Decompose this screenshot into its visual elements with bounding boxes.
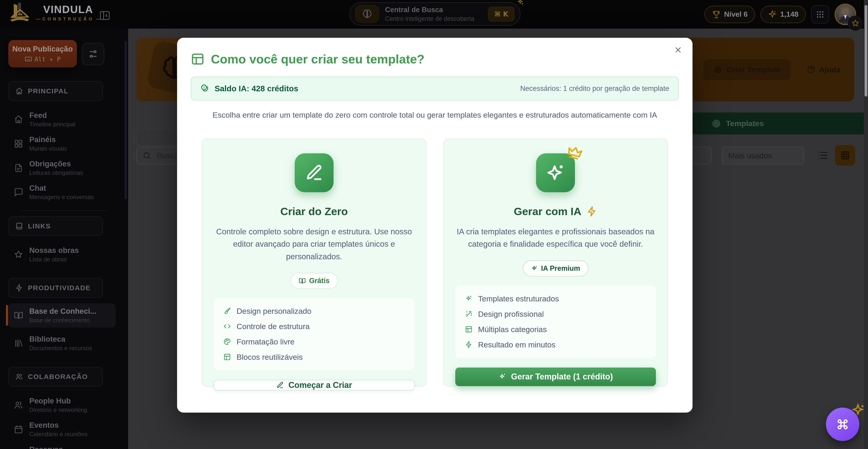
layout-icon: [465, 325, 473, 333]
card-gerar-com-ia[interactable]: Gerar com IA IA cria templates elegantes…: [443, 139, 668, 387]
sidebar-item-reservas[interactable]: ReservasReservas corporativas: [8, 442, 116, 449]
points-value: 1,148: [780, 10, 799, 19]
brand-house-icon: [9, 2, 30, 23]
card-criar-do-zero[interactable]: Criar do Zero Controle completo sobre de…: [202, 139, 427, 387]
pen-icon: [276, 381, 284, 389]
search-title: Central de Busca: [385, 6, 482, 14]
sidebar-section-links[interactable]: LINKS: [8, 216, 103, 236]
section-label: COLABORAÇÃO: [28, 373, 88, 381]
target-icon: [712, 119, 721, 128]
feed-settings-button[interactable]: [82, 43, 104, 65]
zap-icon: [15, 284, 23, 292]
sidebar-section-produtividade[interactable]: PRODUTIVIDADE: [8, 278, 103, 298]
apps-grid-button[interactable]: [811, 5, 829, 24]
section-label: PRODUTIVIDADE: [28, 284, 91, 292]
global-search[interactable]: Central de Busca Centro inteligente de d…: [349, 2, 521, 26]
sidebar-item-paineis[interactable]: PainéisMurais visuais: [8, 131, 116, 156]
close-icon[interactable]: [674, 46, 682, 54]
search-icon: [143, 151, 151, 160]
criar-template-button[interactable]: Criar Template: [703, 59, 791, 80]
coins-icon: [200, 84, 210, 93]
users-icon: [14, 400, 23, 410]
grid-icon: [14, 139, 23, 149]
balance-required-text: Necessários: 1 crédito por geração de te…: [520, 85, 669, 93]
features-list: Design personalizado Controle de estrutu…: [214, 298, 414, 370]
chat-icon: [14, 187, 23, 197]
feature-label: Resultado em minutos: [478, 340, 556, 349]
brand-logo[interactable]: VINDULA CONSTRUÇÃO: [9, 2, 102, 23]
item-label: People Hub: [29, 397, 87, 405]
notebook-icon: [15, 222, 23, 230]
points-badge[interactable]: 1,148: [761, 6, 806, 23]
card-description: Controle completo sobre design e estrutu…: [214, 226, 414, 263]
avatar-star-icon: [848, 16, 863, 31]
templates-label: Templates: [726, 119, 764, 128]
templates-button[interactable]: Templates: [691, 112, 868, 134]
page-scrollbar[interactable]: [864, 0, 868, 449]
sidebar-item-chat[interactable]: ChatMensagens e conversas: [8, 180, 116, 204]
create-template-modal: Como você quer criar seu template? Saldo…: [177, 38, 692, 413]
item-sub: Diretório e networking: [29, 407, 87, 414]
feature-label: Formatação livre: [237, 337, 294, 346]
gratis-badge: Grátis: [290, 273, 338, 289]
sidebar: Nova Publicação Alt + P PRINCIPAL: [0, 29, 128, 449]
code-icon: [223, 323, 231, 330]
sidebar-item-biblioteca[interactable]: BibliotecaDocumentos e recursos: [8, 331, 116, 355]
section-label: PRINCIPAL: [28, 87, 68, 95]
features-list: Templates estruturados Design profission…: [455, 286, 656, 358]
modal-title: Como você quer criar seu template?: [211, 52, 424, 66]
document-icon: [14, 163, 23, 173]
sidebar-item-people-hub[interactable]: People HubDiretório e networking: [8, 393, 116, 417]
item-sub: Murais visuais: [29, 145, 67, 152]
item-label: Reservas: [29, 445, 89, 449]
sparkle-icon: [516, 0, 524, 6]
wand-icon: [465, 310, 473, 318]
sidebar-section-principal[interactable]: PRINCIPAL: [8, 81, 103, 101]
item-sub: Mensagens e conversas: [29, 193, 94, 201]
comecar-a-criar-button[interactable]: Começar a Criar: [214, 380, 414, 390]
scrollbar-thumb[interactable]: [865, 5, 867, 96]
ajuda-button[interactable]: Ajuda: [807, 65, 841, 74]
search-subtitle: Centro inteligente de descoberta: [385, 15, 482, 23]
button-label: Gerar Template (1 crédito): [511, 372, 613, 382]
item-label: Painéis: [29, 135, 67, 144]
brand-tagline: CONSTRUÇÃO: [34, 17, 102, 22]
item-sub: Calendário e reuniões: [29, 431, 87, 438]
card-title: Gerar com IA: [514, 205, 581, 218]
feature-label: Controle de estrutura: [237, 322, 310, 331]
library-icon: [14, 338, 23, 348]
sparkle-icon: [768, 10, 777, 19]
book-open-icon: [299, 277, 306, 285]
sidebar-collapse-icon[interactable]: [99, 10, 111, 22]
sidebar-item-nossas-obras[interactable]: Nossas obrasLista de obras: [8, 242, 116, 267]
sort-select[interactable]: Mais usados: [722, 147, 804, 164]
sidebar-section-colaboracao[interactable]: COLABORAÇÃO: [8, 367, 103, 387]
sidebar-item-obrigacoes[interactable]: ObrigaçõesLeituras obrigatórias: [8, 156, 116, 180]
help-icon: [807, 65, 815, 74]
grid-view-button[interactable]: [835, 145, 855, 166]
chevron-down-icon: [698, 152, 706, 159]
item-label: Nossas obras: [29, 246, 79, 255]
sidebar-item-base-conhecimento[interactable]: Base de Conheci...Base de conhecimento: [8, 303, 116, 328]
badge-label: IA Premium: [541, 264, 580, 273]
item-sub: Base de conhecimento: [29, 317, 96, 324]
chevron-down-icon: [790, 152, 798, 159]
sidebar-scrollbar[interactable]: [125, 41, 127, 199]
ajuda-label: Ajuda: [819, 65, 841, 74]
target-icon: [713, 65, 722, 74]
item-sub: Leituras obrigatórias: [29, 169, 83, 176]
sidebar-item-eventos[interactable]: EventosCalendário e reuniões: [8, 417, 116, 442]
item-sub: Documentos e recursos: [29, 345, 92, 352]
level-label: Nível 6: [724, 10, 748, 19]
item-label: Obrigações: [29, 159, 83, 168]
new-post-button[interactable]: Nova Publicação Alt + P: [8, 40, 77, 67]
sidebar-item-feed[interactable]: FeedTimeline principal: [8, 107, 116, 131]
list-view-button[interactable]: [817, 149, 829, 161]
feature-label: Múltiplas categorias: [478, 325, 547, 334]
brain-icon: [355, 5, 379, 23]
gerar-template-button[interactable]: Gerar Template (1 crédito): [455, 367, 656, 386]
level-badge[interactable]: Nível 6: [705, 6, 755, 23]
pen-icon: [295, 153, 334, 192]
button-label: Começar a Criar: [288, 380, 352, 390]
sparkle-icon: [850, 402, 866, 418]
